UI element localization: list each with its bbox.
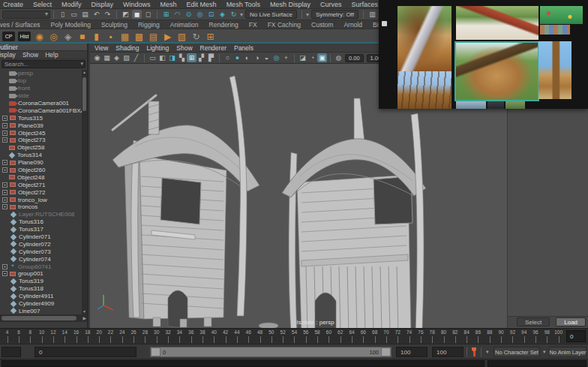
select-hierarchy-icon[interactable]: ◩ bbox=[121, 10, 130, 19]
expand-toggle-icon[interactable]: + bbox=[2, 271, 8, 276]
timeline-tick-42[interactable]: 42 bbox=[220, 329, 231, 344]
snap-curve-icon[interactable]: ◠ bbox=[172, 10, 182, 19]
model-left-tower[interactable] bbox=[112, 76, 260, 328]
timeline-tick-82[interactable]: 82 bbox=[449, 329, 460, 344]
outliner-item-group60741[interactable]: +*Group60741 bbox=[0, 263, 83, 270]
shelf-tab-animation[interactable]: Animation bbox=[170, 21, 199, 29]
render-view-icon[interactable]: ▥ bbox=[368, 10, 377, 19]
outliner-item-coronacamera001[interactable]: CoronaCamera001 bbox=[0, 100, 83, 107]
outliner-item-top[interactable]: top bbox=[0, 77, 83, 85]
expand-toggle-icon[interactable]: + bbox=[2, 197, 8, 203]
bookmark-icon[interactable]: ▦ bbox=[102, 53, 112, 62]
viewport-menu-show[interactable]: Show bbox=[176, 44, 192, 52]
fill-hole-icon[interactable]: ⊞ bbox=[205, 31, 216, 42]
timeline-tick-72[interactable]: 72 bbox=[392, 329, 404, 344]
outliner-item-side[interactable]: side bbox=[0, 92, 83, 100]
outliner-item-torus314[interactable]: Torus314 bbox=[0, 152, 83, 159]
outliner-item-cylinder074[interactable]: Cylinder074 bbox=[0, 255, 83, 263]
auto-keyframe-icon[interactable] bbox=[471, 347, 477, 356]
layout-two-side-icon[interactable]: ◨ bbox=[167, 53, 177, 62]
timeline-tick-52[interactable]: 52 bbox=[278, 329, 289, 344]
timeline-tick-98[interactable]: 98 bbox=[542, 329, 553, 344]
multisample-icon[interactable]: + bbox=[281, 53, 291, 62]
timeline-tick-46[interactable]: 46 bbox=[243, 329, 254, 344]
grease-pencil-icon[interactable]: ▨ bbox=[122, 53, 131, 62]
timeline-tick-48[interactable]: 48 bbox=[254, 329, 266, 344]
isolate-select-icon[interactable]: ◉ bbox=[92, 53, 102, 62]
timeline-tick-92[interactable]: 92 bbox=[507, 329, 518, 344]
outliner-item-persp[interactable]: persp bbox=[0, 70, 83, 77]
timeline-tick-62[interactable]: 62 bbox=[334, 329, 346, 344]
reference-images-panel[interactable] bbox=[379, 0, 588, 109]
outliner-item-front[interactable]: front bbox=[0, 85, 83, 92]
reference-photo-thumb-sky[interactable] bbox=[456, 101, 486, 109]
shelf-tab-arnold[interactable]: Arnold bbox=[344, 21, 362, 29]
expand-toggle-icon[interactable]: + bbox=[2, 167, 8, 173]
shelf-tab-curves-surfaces[interactable]: Curves / Surfaces bbox=[0, 21, 40, 29]
snap-point-icon[interactable]: ⊙ bbox=[184, 10, 194, 19]
cp-badge[interactable]: CP bbox=[2, 32, 15, 41]
chevron-down-icon[interactable]: ▾ bbox=[306, 11, 309, 18]
snap-rotate-icon[interactable]: ↻ bbox=[229, 10, 238, 19]
reference-photo-green-playset[interactable] bbox=[540, 6, 583, 24]
outliner-item-coronacamera001fbxasc046target[interactable]: CoronaCamera001FBXASC046Target bbox=[0, 107, 83, 114]
save-scene-icon[interactable]: ▤ bbox=[80, 10, 90, 19]
timeline-tick-36[interactable]: 36 bbox=[185, 329, 196, 344]
expand-toggle-icon[interactable]: + bbox=[2, 190, 8, 195]
menu-create[interactable]: Create bbox=[3, 1, 23, 8]
viewport-menu-renderer[interactable]: Renderer bbox=[200, 44, 226, 52]
extrude-icon[interactable]: ▶ bbox=[162, 31, 173, 42]
shelf-tab-rendering[interactable]: Rendering bbox=[209, 21, 238, 29]
textured-icon[interactable]: ◐ bbox=[242, 53, 252, 62]
new-scene-icon[interactable]: ▯ bbox=[58, 10, 68, 19]
menu-windows[interactable]: Windows bbox=[123, 1, 151, 8]
current-frame-field[interactable]: 0 bbox=[566, 330, 586, 342]
scrollbar-thumb[interactable] bbox=[2, 316, 76, 320]
select-object-icon[interactable]: ◼ bbox=[132, 10, 142, 19]
outliner-item-cylinder073[interactable]: Cylinder073 bbox=[0, 248, 83, 255]
outliner-item-object248[interactable]: Object248 bbox=[0, 173, 83, 181]
timeline-tick-96[interactable]: 96 bbox=[530, 329, 541, 344]
chevron-down-icon[interactable]: ▾ bbox=[240, 11, 243, 18]
timeline-tick-28[interactable]: 28 bbox=[140, 329, 151, 344]
shelf-tab-fx-caching[interactable]: FX Caching bbox=[268, 21, 301, 29]
select-component-icon[interactable]: ◻ bbox=[143, 10, 153, 19]
shelf-tab-rigging[interactable]: Rigging bbox=[138, 21, 160, 29]
outliner-item-torus319[interactable]: Torus319 bbox=[0, 278, 83, 285]
layout-hypergraph-icon[interactable]: ▛ bbox=[206, 53, 216, 62]
outliner-item-cylinder4909[interactable]: Cylinder4909 bbox=[0, 300, 83, 308]
timeline-tick-64[interactable]: 64 bbox=[346, 329, 357, 344]
menu-select[interactable]: Select bbox=[33, 1, 52, 8]
outliner-vertical-scrollbar[interactable]: ▲ ▼ bbox=[82, 70, 87, 314]
playback-end-field[interactable]: 100 bbox=[396, 347, 428, 357]
timeline-tick-66[interactable]: 66 bbox=[358, 329, 369, 344]
select-button[interactable]: Select bbox=[517, 317, 550, 326]
character-set-dropdown[interactable]: No Character Set bbox=[494, 347, 540, 357]
scroll-down-arrow-icon[interactable]: ▼ bbox=[82, 309, 87, 314]
exposure-field[interactable]: 0.00 bbox=[345, 54, 364, 62]
timeline-tick-100[interactable]: 100 bbox=[553, 329, 564, 344]
timeline-tick-58[interactable]: 58 bbox=[311, 329, 322, 344]
timeline-tick-8[interactable]: 8 bbox=[25, 329, 36, 344]
viewport-menu-shading[interactable]: Shading bbox=[116, 44, 139, 52]
shadows-icon[interactable]: ◒ bbox=[262, 53, 272, 62]
menu-display[interactable]: Display bbox=[92, 1, 114, 8]
pen-icon[interactable]: ╱ bbox=[131, 53, 141, 62]
reference-photo-wooden-branch-tower[interactable] bbox=[398, 71, 452, 109]
timeline-tick-54[interactable]: 54 bbox=[289, 329, 300, 344]
timeline-tick-12[interactable]: 12 bbox=[47, 329, 58, 344]
shelf-tab-custom[interactable]: Custom bbox=[311, 21, 333, 29]
reference-photo-thumb-dark[interactable] bbox=[488, 101, 504, 109]
expand-toggle-icon[interactable]: + bbox=[2, 131, 8, 136]
layout-outliner-persp-icon[interactable]: ▞ bbox=[196, 53, 206, 62]
sphere-booleans-icon[interactable]: ◎ bbox=[48, 31, 59, 42]
timeline-tick-16[interactable]: 16 bbox=[70, 329, 82, 344]
scrollbar-thumb[interactable] bbox=[82, 77, 86, 111]
chevron-down-icon[interactable]: ▾ bbox=[543, 349, 546, 355]
use-all-lights-icon[interactable]: ◑ bbox=[252, 53, 262, 62]
timeline-tick-78[interactable]: 78 bbox=[427, 329, 438, 344]
exposure-icon-icon[interactable]: ◍ bbox=[334, 53, 344, 62]
outliner-item-cylinder072[interactable]: Cylinder072 bbox=[0, 240, 83, 248]
outliner-item-cylinder4911[interactable]: Cylinder4911 bbox=[0, 293, 83, 300]
menu-edit-mesh[interactable]: Edit Mesh bbox=[187, 1, 217, 8]
